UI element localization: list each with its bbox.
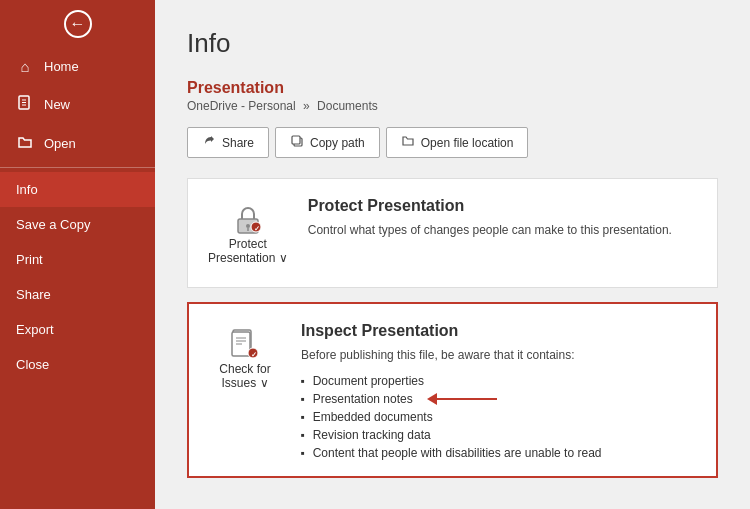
inspect-card-content: Inspect Presentation Before publishing t… [301, 318, 700, 462]
list-item: Presentation notes [301, 390, 700, 408]
home-icon: ⌂ [16, 58, 34, 75]
page-title: Info [187, 28, 718, 59]
share-button[interactable]: Share [187, 127, 269, 158]
list-item-text: Presentation notes [313, 392, 413, 406]
inspect-card-list: Document properties Presentation notes E… [301, 372, 700, 462]
open-location-btn-label: Open file location [421, 136, 514, 150]
sidebar-item-label: Home [44, 59, 79, 74]
svg-point-7 [246, 224, 250, 228]
presentation-path: OneDrive - Personal » Documents [187, 99, 718, 113]
protect-chevron-icon: ∨ [279, 251, 288, 265]
list-item-text: Document properties [313, 374, 424, 388]
protect-presentation-card: ✓ ProtectPresentation ∨ Protect Presenta… [187, 178, 718, 288]
lock-icon: ✓ [230, 201, 266, 237]
inspect-icon: ✓ [227, 326, 263, 362]
inspect-card-heading: Inspect Presentation [301, 322, 700, 340]
sidebar-item-label: New [44, 97, 70, 112]
back-button[interactable]: ← [0, 0, 155, 48]
close-item-label: Close [16, 357, 49, 372]
arrow-line [437, 398, 497, 400]
arrow-head-icon [427, 393, 437, 405]
sidebar-item-label: Open [44, 136, 76, 151]
inspect-icon-area[interactable]: ✓ Check forIssues ∨ [205, 318, 285, 398]
copy-path-icon [290, 134, 304, 151]
path-separator: » [303, 99, 313, 113]
svg-text:✓: ✓ [251, 351, 257, 358]
share-icon [202, 134, 216, 151]
export-item-label: Export [16, 322, 54, 337]
open-icon [16, 134, 34, 153]
list-item-text: Content that people with disabilities ar… [313, 446, 602, 460]
copy-path-btn-label: Copy path [310, 136, 365, 150]
inspect-presentation-card: ✓ Check forIssues ∨ Inspect Presentation… [187, 302, 718, 478]
list-item: Revision tracking data [301, 426, 700, 444]
list-item: Content that people with disabilities ar… [301, 444, 700, 462]
sidebar-item-open[interactable]: Open [0, 124, 155, 163]
sidebar: ← ⌂ Home New Open Info Save a Copy Pr [0, 0, 155, 509]
copy-path-button[interactable]: Copy path [275, 127, 380, 158]
sidebar-item-close[interactable]: Close [0, 347, 155, 382]
sidebar-item-print[interactable]: Print [0, 242, 155, 277]
sidebar-item-info[interactable]: Info [0, 172, 155, 207]
save-copy-item-label: Save a Copy [16, 217, 90, 232]
svg-text:✓: ✓ [253, 225, 259, 232]
protect-card-heading: Protect Presentation [308, 197, 701, 215]
svg-rect-5 [292, 136, 300, 144]
folder-name: Documents [317, 99, 378, 113]
cloud-name: OneDrive - Personal [187, 99, 296, 113]
inspect-card-description: Before publishing this file, be aware th… [301, 346, 700, 364]
action-buttons-row: Share Copy path Open file location [187, 127, 718, 158]
share-btn-label: Share [222, 136, 254, 150]
sidebar-item-export[interactable]: Export [0, 312, 155, 347]
protect-card-description: Control what types of changes people can… [308, 221, 701, 239]
open-location-icon [401, 134, 415, 151]
back-circle-icon: ← [64, 10, 92, 38]
sidebar-item-share[interactable]: Share [0, 277, 155, 312]
info-item-label: Info [16, 182, 38, 197]
print-item-label: Print [16, 252, 43, 267]
presentation-title: Presentation [187, 79, 718, 97]
sidebar-item-home[interactable]: ⌂ Home [0, 48, 155, 85]
protect-icon-area[interactable]: ✓ ProtectPresentation ∨ [204, 193, 292, 273]
protect-card-content: Protect Presentation Control what types … [308, 193, 701, 247]
new-icon [16, 95, 34, 114]
list-item: Document properties [301, 372, 700, 390]
share-item-label: Share [16, 287, 51, 302]
list-item-text: Revision tracking data [313, 428, 431, 442]
inspect-chevron-icon: ∨ [260, 376, 269, 390]
arrow-annotation [427, 393, 497, 405]
main-content: Info Presentation OneDrive - Personal » … [155, 0, 750, 509]
list-item: Embedded documents [301, 408, 700, 426]
list-item-text: Embedded documents [313, 410, 433, 424]
open-location-button[interactable]: Open file location [386, 127, 529, 158]
sidebar-item-save-copy[interactable]: Save a Copy [0, 207, 155, 242]
inspect-card-icon-label: Check forIssues ∨ [219, 362, 270, 390]
sidebar-item-new[interactable]: New [0, 85, 155, 124]
protect-card-icon-label: ProtectPresentation ∨ [208, 237, 288, 265]
